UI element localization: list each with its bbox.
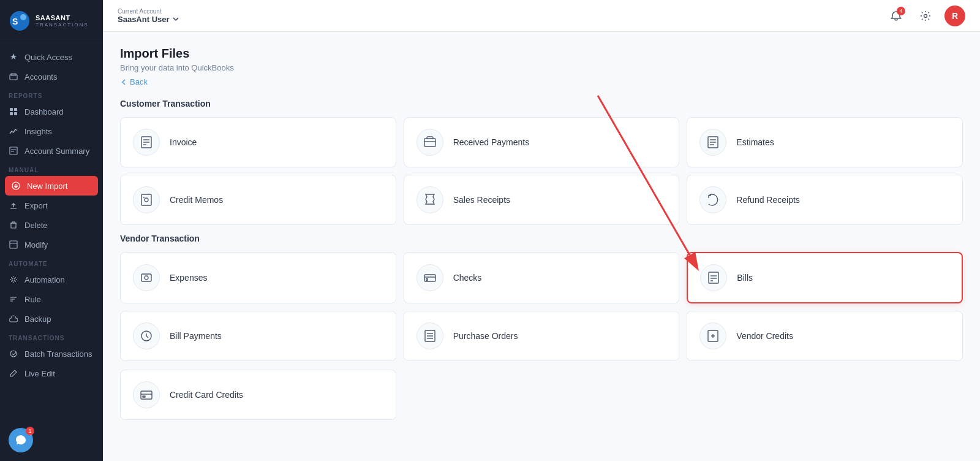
- card-estimates-label: Estimates: [736, 137, 774, 147]
- estimates-icon: [699, 129, 726, 156]
- batch-transactions-icon: [9, 349, 18, 359]
- sidebar-item-account-summary[interactable]: Account Summary: [0, 141, 103, 161]
- sidebar-item-delete[interactable]: Delete: [0, 215, 103, 235]
- sidebar-item-modify[interactable]: Modify: [0, 235, 103, 254]
- svg-point-22: [924, 14, 927, 17]
- customer-transaction-grid: Invoice Received Payments Estimates: [120, 117, 963, 225]
- card-refund-receipts-label: Refund Receipts: [736, 195, 800, 205]
- sidebar-item-insights[interactable]: Insights: [0, 121, 103, 141]
- sidebar-item-backup[interactable]: Backup: [0, 309, 103, 329]
- sidebar-item-modify-label: Modify: [24, 240, 48, 250]
- svg-rect-33: [141, 194, 151, 205]
- sidebar-item-live-edit-label: Live Edit: [24, 369, 55, 378]
- notification-button[interactable]: 4: [886, 6, 907, 26]
- quick-access-icon: [9, 52, 18, 62]
- card-credit-memos[interactable]: Credit Memos: [120, 175, 396, 225]
- sidebar-item-automation[interactable]: Automation: [0, 270, 103, 289]
- modify-icon: [9, 240, 18, 250]
- card-purchase-orders[interactable]: Purchase Orders: [404, 311, 680, 361]
- svg-rect-27: [424, 139, 435, 147]
- back-link-label: Back: [130, 77, 148, 86]
- svg-point-17: [12, 278, 15, 281]
- header-actions: 4 R: [886, 6, 965, 26]
- svg-rect-55: [143, 396, 145, 397]
- chat-button[interactable]: 1: [9, 428, 33, 452]
- card-estimates[interactable]: Estimates: [687, 117, 963, 167]
- sidebar-item-automation-label: Automation: [24, 275, 65, 284]
- card-sales-receipts[interactable]: Sales Receipts: [404, 175, 680, 225]
- logo: S SAASANT TRANSACTIONS: [0, 0, 103, 42]
- card-bills-label: Bills: [737, 273, 753, 283]
- automation-icon: [9, 275, 18, 284]
- sidebar-item-batch-transactions[interactable]: Batch Transactions: [0, 344, 103, 364]
- sidebar-item-new-import[interactable]: New Import: [5, 176, 98, 196]
- vendor-transaction-title: Vendor Transaction: [120, 234, 963, 243]
- card-refund-receipts[interactable]: Refund Receipts: [687, 175, 963, 225]
- card-invoice-label: Invoice: [170, 137, 197, 147]
- logo-name: SAASANT: [36, 14, 89, 22]
- current-account-label: Current Account: [118, 8, 179, 15]
- svg-point-40: [426, 279, 428, 281]
- svg-point-21: [10, 351, 17, 357]
- page-title: Import Files: [120, 47, 963, 61]
- header: Current Account SaasAnt User 4 R: [103, 0, 980, 32]
- svg-rect-8: [14, 112, 17, 115]
- sidebar-item-backup-label: Backup: [24, 314, 51, 324]
- logo-icon: S: [9, 10, 31, 32]
- svg-rect-36: [141, 274, 151, 281]
- vendor-credits-icon: [699, 322, 726, 349]
- delete-icon: [9, 220, 18, 230]
- sidebar-item-insights-label: Insights: [24, 127, 52, 136]
- svg-rect-15: [10, 241, 17, 248]
- svg-point-1: [20, 14, 26, 20]
- account-name-text: SaasAnt User: [118, 15, 170, 24]
- account-name-selector[interactable]: SaasAnt User: [118, 15, 179, 24]
- rule-icon: [9, 294, 18, 304]
- sidebar-item-quick-access-label: Quick Access: [24, 53, 72, 62]
- svg-rect-41: [709, 272, 718, 283]
- sidebar-item-account-summary-label: Account Summary: [24, 147, 89, 156]
- card-expenses[interactable]: Expenses: [120, 252, 396, 303]
- sidebar-item-dashboard-label: Dashboard: [24, 107, 64, 116]
- card-checks[interactable]: Checks: [404, 252, 680, 303]
- avatar[interactable]: R: [944, 6, 965, 26]
- sidebar-item-live-edit[interactable]: Live Edit: [0, 364, 103, 383]
- card-invoice[interactable]: Invoice: [120, 117, 396, 167]
- card-credit-card-credits-label: Credit Card Credits: [170, 390, 243, 400]
- card-received-payments[interactable]: Received Payments: [404, 117, 680, 167]
- svg-rect-5: [10, 108, 13, 111]
- transactions-section-label: TRANSACTIONS: [0, 329, 103, 344]
- sidebar-item-dashboard[interactable]: Dashboard: [0, 102, 103, 121]
- backup-icon: [9, 314, 18, 324]
- card-expenses-label: Expenses: [170, 273, 207, 283]
- sidebar-item-quick-access[interactable]: Quick Access: [0, 47, 103, 67]
- chat-badge: 1: [26, 427, 34, 435]
- chat-section: 1: [0, 419, 103, 461]
- sidebar-item-rule[interactable]: Rule: [0, 289, 103, 309]
- sidebar-item-delete-label: Delete: [24, 221, 48, 230]
- sidebar-item-export-label: Export: [24, 201, 48, 210]
- card-checks-label: Checks: [453, 273, 482, 283]
- sidebar-item-batch-transactions-label: Batch Transactions: [24, 349, 92, 359]
- card-vendor-credits-label: Vendor Credits: [736, 331, 793, 341]
- account-summary-icon: [9, 146, 18, 156]
- logo-sub: TRANSACTIONS: [36, 22, 89, 28]
- card-received-payments-label: Received Payments: [453, 137, 530, 147]
- sidebar-item-accounts[interactable]: Accounts: [0, 67, 103, 86]
- sidebar-item-export[interactable]: Export: [0, 196, 103, 215]
- svg-rect-7: [10, 112, 13, 115]
- invoice-icon: [133, 129, 160, 156]
- back-link[interactable]: Back: [120, 77, 963, 86]
- card-bill-payments[interactable]: Bill Payments: [120, 311, 396, 361]
- gear-icon: [920, 10, 931, 21]
- card-bills[interactable]: Bills: [687, 252, 963, 303]
- vendor-transaction-grid: Expenses Checks Bills: [120, 252, 963, 361]
- accounts-icon: [9, 72, 18, 82]
- settings-button[interactable]: [915, 6, 936, 26]
- card-bill-payments-label: Bill Payments: [170, 331, 222, 341]
- card-vendor-credits[interactable]: Vendor Credits: [687, 311, 963, 361]
- svg-rect-9: [10, 147, 17, 154]
- vendor-transaction-grid-2: Credit Card Credits: [120, 370, 963, 420]
- card-credit-card-credits[interactable]: Credit Card Credits: [120, 370, 396, 420]
- content-wrapper: Import Files Bring your data into QuickB…: [120, 47, 963, 420]
